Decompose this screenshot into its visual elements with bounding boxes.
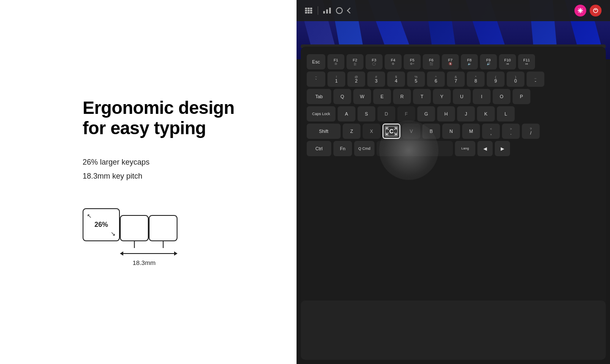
bar-3: [329, 8, 331, 14]
key-g: G: [417, 106, 435, 121]
key-j: J: [457, 106, 475, 121]
dot: [310, 8, 312, 9]
key-2: @2: [347, 72, 365, 87]
small-key-1: [120, 215, 149, 241]
key-i: I: [473, 89, 491, 104]
main-title: Ergonomic design for easy typing: [83, 98, 271, 139]
fn-row: Esc F1⊞ F2||| F3◯ F4✿ F5✿+ F6⬛ F7🔇 F8🔉 F…: [307, 54, 600, 69]
pitch-arrow-container: [120, 250, 177, 257]
key-lang: Lang: [455, 141, 475, 156]
key-m: M: [462, 124, 480, 139]
key-n: N: [442, 124, 460, 139]
food-app-icon[interactable]: [590, 5, 602, 17]
key-t: T: [413, 89, 431, 104]
key-period: >.: [502, 124, 520, 139]
bars-icon: [323, 8, 331, 14]
key-tab: Tab: [307, 89, 331, 104]
trackpad: [301, 301, 606, 360]
key-cmd: Q Cmd: [354, 141, 374, 156]
zxcv-row: Shift Z X C: [307, 124, 600, 139]
key-minus: _-: [527, 72, 544, 87]
large-key: ↖ 26% ↘: [83, 208, 120, 241]
number-row: ~` !1 @2 #3 $4 %5 ^6 &7 *8 (9 )0 _-: [307, 72, 600, 87]
key-a: A: [338, 106, 355, 121]
key-o: O: [493, 89, 510, 104]
key-shift: Shift: [307, 124, 341, 139]
svg-line-7: [386, 132, 388, 135]
key-f1: F1⊞: [327, 54, 344, 69]
key-left: ◀: [477, 141, 493, 156]
key-b: B: [422, 124, 440, 139]
key-p: P: [513, 89, 530, 104]
circle-icon: [336, 7, 343, 14]
bottom-row: Ctrl Fn Q Cmd Lang ◀ ▶: [307, 141, 600, 156]
dot: [308, 12, 310, 14]
key-fn: Fn: [333, 141, 352, 156]
key-d: D: [377, 106, 395, 121]
status-right: [574, 5, 602, 17]
right-panel: Esc F1⊞ F2||| F3◯ F4✿ F5✿+ F6⬛ F7🔇 F8🔉 F…: [297, 0, 610, 364]
key-s: S: [358, 106, 375, 121]
key-6: ^6: [427, 72, 445, 87]
keys-row: ↖ 26% ↘: [83, 208, 177, 241]
key-5: %5: [407, 72, 425, 87]
percent-label: 26%: [94, 221, 108, 229]
asdf-row: Caps Lock A S D F G H J K L: [307, 106, 600, 121]
tick-line-2: [163, 241, 164, 248]
key-q: Q: [333, 89, 351, 104]
pitch-arrow-left-icon: [120, 250, 123, 257]
key-r: R: [393, 89, 411, 104]
dot: [310, 12, 312, 14]
food-svg: [593, 8, 599, 14]
status-bar: [297, 0, 610, 21]
key-e: E: [373, 89, 391, 104]
pitch-measurement: [120, 250, 177, 257]
key-9: (9: [487, 72, 505, 87]
key-l: L: [497, 106, 515, 121]
snowflake-svg: [577, 8, 583, 14]
key-tilde: ~`: [307, 72, 325, 87]
key-c: C: [383, 124, 400, 139]
qwerty-row: Tab Q W E R T Y U I O P: [307, 89, 600, 104]
key-f10: F10⏮: [499, 54, 516, 69]
left-panel: Ergonomic design for easy typing 26% lar…: [0, 0, 297, 364]
small-key-2: [149, 215, 177, 241]
svg-line-8: [394, 132, 396, 135]
key-4: $4: [387, 72, 405, 87]
divider: [318, 6, 318, 15]
key-v: V: [402, 124, 420, 139]
dot: [305, 12, 307, 14]
key-8: *8: [467, 72, 485, 87]
key-f3: F3◯: [366, 54, 383, 69]
key-f5: F5✿+: [404, 54, 421, 69]
key-f11: F11⏭: [518, 54, 535, 69]
key-w: W: [353, 89, 371, 104]
key-7: &7: [447, 72, 465, 87]
key-1: !1: [327, 72, 345, 87]
key-ctrl: Ctrl: [307, 141, 331, 156]
key-caps-lock: Caps Lock: [307, 106, 336, 121]
grid-icon: [305, 8, 313, 14]
arrow-bottomright-icon: ↘: [111, 230, 116, 237]
key-esc: Esc: [307, 54, 325, 69]
key-f4: F4✿: [385, 54, 402, 69]
resize-arrows-svg: [383, 124, 399, 138]
keyboard-body: Esc F1⊞ F2||| F3◯ F4✿ F5✿+ F6⬛ F7🔇 F8🔉 F…: [301, 47, 606, 339]
key-f: F: [397, 106, 415, 121]
pitch-line: [123, 253, 174, 254]
dot: [310, 10, 312, 11]
dot: [305, 10, 307, 11]
key-y: Y: [433, 89, 451, 104]
pitch-label: 18.3mm: [133, 259, 155, 266]
feature-item-2: 18.3mm key pitch: [83, 169, 271, 183]
key-f2: F2|||: [347, 54, 363, 69]
key-0: )0: [507, 72, 524, 87]
key-right: ▶: [495, 141, 510, 156]
snowflake-app-icon[interactable]: [574, 5, 586, 17]
key-size-diagram: ↖ 26% ↘ 18.3mm: [83, 208, 271, 266]
svg-line-6: [394, 127, 396, 130]
key-comma: <,: [482, 124, 500, 139]
pitch-arrow-right-icon: [174, 250, 177, 257]
dot: [308, 8, 310, 9]
key-slash: ?/: [522, 124, 540, 139]
